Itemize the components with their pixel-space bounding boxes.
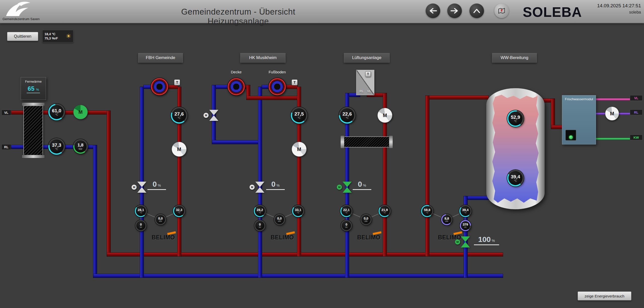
pipe-supply-main <box>107 252 503 256</box>
nav-back-button[interactable] <box>426 4 440 18</box>
arrow-left-icon <box>429 8 437 14</box>
fw-return-temp-gauge[interactable]: 37,3°C <box>48 138 65 155</box>
show-energy-button[interactable]: zeige Energieverbrauch <box>578 291 631 300</box>
company-logo: Gemeindezentrum Saxen <box>3 1 53 23</box>
fernwaerme-valve-position: 65 % <box>21 85 46 93</box>
fbh-supply-temp-gauge[interactable]: 27,6°C <box>171 107 187 124</box>
fbh-ev-power-gauge[interactable]: 0,0kW <box>155 214 166 225</box>
hk-temp-sensor: T <box>292 79 298 85</box>
nav-forward-button[interactable] <box>447 4 462 18</box>
section-lueftungsanlage[interactable]: Lüftungsanlage <box>344 53 390 63</box>
district-heat-exchanger <box>23 106 43 155</box>
ww-ev-power-gauge[interactable]: 8,8kW <box>441 214 452 225</box>
hk-ev-t1-gauge[interactable]: 28,2°C <box>254 205 266 217</box>
hk-decke-pump[interactable] <box>227 78 245 96</box>
pipe-fbh-pump-stub-blue <box>143 85 151 89</box>
hk-mixing-valve[interactable] <box>255 182 264 193</box>
datetime-label: 14.09.2025 14:27:51 <box>594 3 641 9</box>
hk-decke-valve-actuator: M <box>203 113 209 118</box>
lu-ev-flow-gauge[interactable]: 0l/h <box>341 220 352 231</box>
vent-heating-element <box>344 136 389 147</box>
hk-valve-actuator: M <box>249 184 255 190</box>
ww-storage-tank <box>486 88 545 209</box>
ww-circulation-pump[interactable]: M <box>605 107 619 121</box>
fbh-circulation-pump[interactable] <box>150 78 169 96</box>
nav-sitemap-button[interactable] <box>494 4 509 18</box>
bird-icon <box>3 1 35 17</box>
ww-valve-position[interactable]: 100% <box>474 235 499 245</box>
page-title: Gemeindezentrum - Übersicht Heizungsanla… <box>153 7 324 26</box>
site-name: Gemeindezentrum Saxen <box>3 17 53 21</box>
pipe-ww-supply-top <box>425 95 489 99</box>
hk-supply-temp-gauge[interactable]: 27,5°C <box>291 107 307 124</box>
pipe-fw-return-drop <box>93 145 97 278</box>
fresh-water-module: Frischwassermodul <box>562 95 596 144</box>
nav-up-button[interactable] <box>469 4 484 18</box>
fernwaerme-panel[interactable]: Fernwärme 65 % <box>21 77 46 100</box>
acknowledge-button[interactable]: Quittieren <box>7 32 38 41</box>
edge-label-kw-right: KW <box>630 135 642 140</box>
section-hk-musikheim[interactable]: HK Musikheim <box>240 53 286 63</box>
hmi-stage: Gemeindezentrum Saxen Gemeindezentrum - … <box>0 0 644 308</box>
ww-ev-flow-gauge[interactable]: 379l/h <box>460 220 471 231</box>
fw-supply-temp-gauge[interactable]: 61,0°C <box>48 104 65 120</box>
lu-hx-port-labels: RLVL <box>356 90 374 93</box>
fw-pump[interactable]: M <box>73 105 88 119</box>
belimo-logo: BELIMO <box>271 234 294 241</box>
pipe-hk-fussboden-stub <box>262 85 269 89</box>
pipe-ww-supply-riser <box>425 95 429 256</box>
lu-ev-t2-gauge[interactable]: 21,9°C <box>379 205 391 217</box>
status-led <box>569 135 573 139</box>
lu-valve-actuator: M <box>337 184 342 190</box>
fbh-ev-flow-gauge[interactable]: 0l/h <box>135 220 146 231</box>
user-label: soleba <box>594 10 641 15</box>
lu-control-valve[interactable] <box>343 182 352 193</box>
tank-bottom-temp-gauge[interactable]: 39,4°C <box>507 170 524 186</box>
lu-valve-position[interactable]: 0% <box>353 180 371 190</box>
ww-valve-actuator: M <box>455 239 460 245</box>
hk-pump[interactable]: M <box>292 142 307 157</box>
vent-element-cap-right <box>389 135 393 148</box>
fernwaerme-title: Fernwärme <box>21 80 46 83</box>
fbh-pump[interactable]: M <box>172 142 187 157</box>
fbh-ev-t2-gauge[interactable]: 32,3°C <box>173 205 185 217</box>
hk-ev-flow-gauge[interactable]: 0l/h <box>254 220 265 231</box>
fw-pressure-gauge[interactable]: 1,8bar <box>73 139 88 154</box>
ww-charge-valve[interactable] <box>461 236 470 247</box>
outdoor-conditions: 18,4 °C 75,3 %rF ☀ <box>42 30 73 42</box>
hk-ev-power-gauge[interactable]: 0,0kW <box>274 214 285 225</box>
header-bar: Gemeindezentrum Saxen Gemeindezentrum - … <box>0 0 644 23</box>
chevron-up-icon <box>473 8 480 14</box>
brand-logo: SOLEBA <box>523 4 596 20</box>
arrow-right-icon <box>451 8 459 14</box>
hk-fussboden-pump[interactable] <box>268 78 286 96</box>
lu-temp-sensor: T <box>365 71 371 77</box>
lu-pump[interactable]: M <box>377 108 392 123</box>
hk-decke-valve[interactable] <box>209 110 218 121</box>
fbh-valve-position[interactable]: 0% <box>147 180 166 190</box>
map-pin-icon <box>498 7 505 15</box>
sun-icon: ☀ <box>66 33 71 39</box>
fbh-mixing-valve[interactable] <box>137 182 146 193</box>
lu-ev-power-gauge[interactable]: 0,0kW <box>360 214 372 225</box>
lu-ev-t1-gauge[interactable]: 22,1°C <box>340 205 352 217</box>
hk-valve-position[interactable]: 0% <box>266 180 285 190</box>
tank-top-temp-gauge[interactable]: 52,9°C <box>507 110 524 127</box>
section-ww-bereitung[interactable]: WW-Bereitung <box>492 53 537 63</box>
edge-label-rl-left: RL <box>2 144 11 150</box>
ww-ev-t1-gauge[interactable]: 59,8°C <box>421 205 433 217</box>
pipe-hk-fussboden-red-stub <box>286 85 298 89</box>
hk-circuit2-label: Fußboden <box>264 70 291 74</box>
pipe-fw-return-in <box>11 145 24 149</box>
fbh-ev-t1-gauge[interactable]: 28,1°C <box>135 205 147 217</box>
ww-ev-t2-gauge[interactable]: 39,4°C <box>459 205 471 217</box>
pipe-hk-return-cross <box>212 140 262 144</box>
section-fbh-gemeinde[interactable]: FBH Gemeinde <box>138 53 183 63</box>
outdoor-humidity: 75,3 %rF <box>45 36 58 40</box>
fresh-water-module-label: Frischwassermodul <box>562 95 596 101</box>
vent-element-cap-left <box>340 135 344 148</box>
hk-ev-t2-gauge[interactable]: 33,1°C <box>292 205 304 217</box>
fbh-temp-sensor: T <box>174 79 180 85</box>
lu-return-temp-gauge[interactable]: 22,6°C <box>339 107 355 124</box>
edge-label-rl-right: RL <box>630 110 642 115</box>
